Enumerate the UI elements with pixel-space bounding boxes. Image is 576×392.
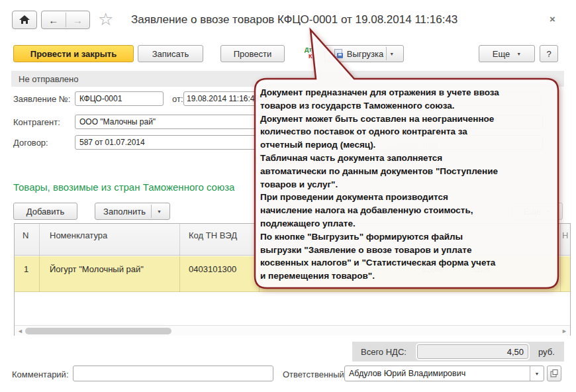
cell-tnved: 0403101300: [189, 264, 236, 274]
col-divider: [560, 224, 561, 256]
col-divider: [259, 256, 260, 292]
cell-nomenclature: Йогурт "Молочный рай": [50, 264, 144, 274]
post-button[interactable]: Провести: [220, 45, 285, 62]
goods-section-title: Товары, ввозимые из стран Таможенного со…: [13, 181, 234, 193]
responsible-dropdown-button[interactable]: ▼: [530, 366, 544, 381]
vat-total-label: Всего НДС:: [361, 347, 407, 357]
date-label: от:: [172, 94, 183, 104]
counterparty-label: Контрагент:: [13, 117, 60, 127]
col-divider: [560, 256, 561, 292]
col-n-header[interactable]: N: [23, 230, 28, 240]
forward-button[interactable]: →: [66, 15, 90, 25]
responsible-value: Абдулов Юрий Владимирович: [345, 369, 530, 378]
col-divider: [39, 224, 40, 256]
fill-label: Заполнить: [103, 207, 146, 217]
col-partial-header[interactable]: Н: [562, 230, 568, 240]
favorite-star-icon[interactable]: ☆: [98, 9, 113, 29]
status-text: Не отправлено: [19, 74, 78, 84]
callout-text: Документ предназначен для отражения в уч…: [260, 86, 557, 283]
export-label: Выгрузка: [347, 49, 384, 59]
contract-label: Договор:: [13, 138, 48, 148]
comment-label: Комментарий:: [12, 369, 69, 379]
more-label: Еще: [493, 49, 510, 59]
horizontal-scrollbar[interactable]: ◄ ►: [15, 325, 570, 336]
scrollbar-thumb[interactable]: [25, 328, 171, 334]
status-strip: Не отправлено: [11, 71, 564, 87]
help-button[interactable]: ?: [540, 45, 558, 62]
post-and-close-button[interactable]: Провести и закрыть: [13, 45, 134, 62]
col-divider: [179, 256, 180, 292]
home-button[interactable]: [12, 11, 37, 29]
cell-n: 1: [24, 264, 28, 274]
number-label: Заявление №:: [13, 94, 70, 104]
export-button[interactable]: Выгрузка ▼: [324, 45, 404, 62]
add-row-button[interactable]: Добавить: [13, 203, 77, 220]
col-divider: [259, 224, 260, 256]
fill-dropdown-icon: ▼: [157, 209, 162, 214]
history-nav-group: ← →: [41, 11, 90, 29]
page-title: Заявление о ввозе товаров КФЦО-0001 от 1…: [131, 13, 457, 26]
col-divider: [179, 224, 180, 256]
col-tnved-header[interactable]: Код ТН ВЭД: [189, 230, 237, 240]
more-button[interactable]: Еще ▼: [479, 45, 535, 62]
fill-split: [151, 205, 152, 218]
scroll-right-icon[interactable]: ►: [561, 328, 567, 334]
responsible-label: Ответственный:: [283, 369, 346, 379]
scroll-left-icon[interactable]: ◄: [17, 328, 23, 334]
col-nomenclature-header[interactable]: Номенклатура: [50, 230, 107, 240]
responsible-open-button[interactable]: [547, 366, 561, 381]
home-icon: [19, 15, 30, 24]
close-icon[interactable]: ×: [550, 13, 555, 24]
back-button[interactable]: ←: [42, 15, 66, 25]
more-dropdown-icon: ▼: [516, 52, 521, 56]
responsible-dropdown-icon: ▼: [535, 371, 540, 376]
dtkt-button[interactable]: Дт Кт: [305, 46, 319, 61]
debit-icon: Дт: [305, 46, 312, 53]
vat-total-field: 4,50: [417, 344, 528, 359]
document-window: ← → ☆ Заявление о ввозе товаров КФЦО-000…: [0, 0, 576, 392]
responsible-combo[interactable]: Абдулов Юрий Владимирович ▼: [344, 366, 544, 381]
col-divider: [39, 256, 40, 292]
write-button[interactable]: Записать: [138, 45, 203, 62]
currency-label: руб.: [538, 347, 555, 357]
open-form-icon: [550, 369, 558, 377]
number-field[interactable]: КФЦО-0001: [75, 91, 164, 106]
fill-button[interactable]: Заполнить ▼: [95, 203, 170, 220]
comment-input[interactable]: [73, 366, 273, 381]
credit-icon: Кт: [309, 53, 315, 60]
export-split: [386, 47, 387, 60]
export-floppy-icon: [334, 49, 344, 59]
export-dropdown-icon: ▼: [389, 52, 394, 56]
